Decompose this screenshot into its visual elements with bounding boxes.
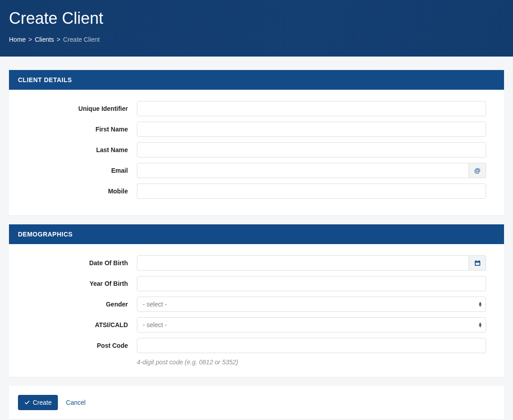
calendar-icon[interactable]	[469, 255, 486, 271]
label-unique-identifier: Unique Identifier	[27, 105, 137, 112]
email-input[interactable]	[137, 163, 469, 178]
actions-panel: Create Cancel	[9, 386, 504, 419]
label-first-name: First Name	[27, 126, 137, 133]
first-name-input[interactable]	[137, 122, 486, 137]
last-name-input[interactable]	[137, 142, 486, 158]
main-container: CLIENT DETAILS Unique Identifier First N…	[0, 57, 513, 420]
at-icon: @	[469, 163, 486, 178]
postcode-help-text: 4-digit post code (e.g. 0812 or 5352)	[137, 359, 486, 366]
create-button[interactable]: Create	[18, 395, 58, 410]
label-dob: Date Of Birth	[27, 259, 137, 267]
cancel-button[interactable]: Cancel	[66, 399, 86, 406]
row-first-name: First Name	[27, 122, 486, 137]
label-atsi-cald: ATSI/CALD	[27, 321, 137, 328]
panel-heading-client-details: CLIENT DETAILS	[9, 70, 504, 90]
yob-input[interactable]	[137, 276, 486, 291]
label-gender: Gender	[27, 301, 137, 308]
row-atsi-cald: ATSI/CALD - select - ▲▼	[27, 317, 486, 332]
breadcrumb-separator: >	[28, 36, 32, 43]
label-yob: Year Of Birth	[27, 280, 137, 287]
label-email: Email	[27, 167, 137, 174]
panel-client-details: CLIENT DETAILS Unique Identifier First N…	[9, 70, 504, 215]
row-unique-identifier: Unique Identifier	[27, 101, 486, 116]
breadcrumb-home[interactable]: Home	[9, 36, 26, 43]
row-gender: Gender - select - ▲▼	[27, 297, 486, 312]
create-button-label: Create	[33, 399, 52, 406]
label-mobile: Mobile	[27, 188, 137, 195]
row-last-name: Last Name	[27, 142, 486, 158]
row-dob: Date Of Birth	[27, 255, 486, 271]
row-email: Email @	[27, 163, 486, 178]
postcode-input[interactable]	[137, 338, 486, 353]
panel-demographics: DEMOGRAPHICS Date Of Birth Year Of Birth	[9, 224, 504, 377]
panel-body-demographics: Date Of Birth Year Of Birth Gen	[9, 244, 504, 377]
panel-body-client-details: Unique Identifier First Name Last Name E…	[9, 90, 504, 215]
page-title: Create Client	[9, 9, 504, 28]
check-icon	[24, 400, 30, 406]
row-postcode: Post Code	[27, 338, 486, 353]
row-yob: Year Of Birth	[27, 276, 486, 291]
gender-select[interactable]: - select -	[137, 297, 486, 312]
label-last-name: Last Name	[27, 146, 137, 153]
breadcrumb-separator: >	[57, 36, 60, 43]
breadcrumb-current: Create Client	[63, 36, 100, 43]
breadcrumb-clients[interactable]: Clients	[35, 36, 54, 43]
panel-heading-demographics: DEMOGRAPHICS	[9, 224, 504, 244]
atsi-cald-select[interactable]: - select -	[137, 317, 486, 332]
hero-header: Create Client Home > Clients > Create Cl…	[0, 0, 513, 57]
row-mobile: Mobile	[27, 184, 486, 199]
unique-identifier-input[interactable]	[137, 101, 486, 116]
label-postcode: Post Code	[27, 342, 137, 349]
dob-input[interactable]	[137, 255, 469, 271]
breadcrumb: Home > Clients > Create Client	[9, 36, 504, 43]
mobile-input[interactable]	[137, 184, 486, 199]
